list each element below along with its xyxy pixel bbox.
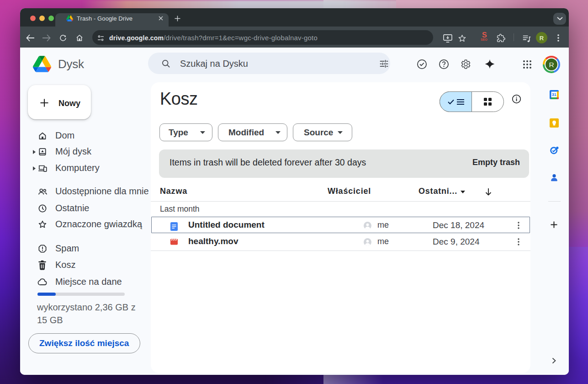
svg-text:R: R: [549, 61, 554, 69]
svg-text:R: R: [540, 35, 544, 42]
svg-text:31: 31: [552, 92, 556, 97]
